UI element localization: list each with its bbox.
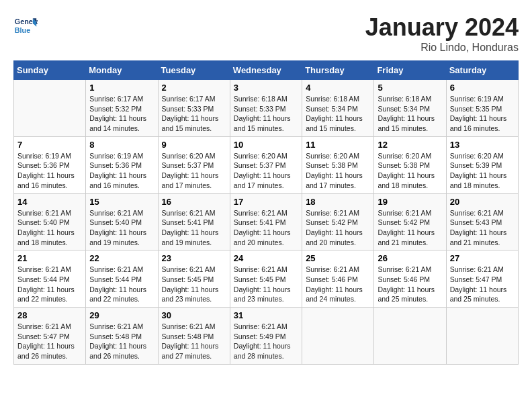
day-number: 6 — [450, 83, 515, 93]
day-info: Sunrise: 6:21 AMSunset: 5:42 PMDaylight:… — [306, 208, 370, 248]
day-number: 9 — [162, 140, 226, 150]
day-number: 13 — [450, 140, 515, 150]
day-info: Sunrise: 6:21 AMSunset: 5:48 PMDaylight:… — [162, 322, 226, 361]
calendar-cell: 28Sunrise: 6:21 AMSunset: 5:47 PMDayligh… — [14, 308, 86, 365]
calendar-table: SundayMondayTuesdayWednesdayThursdayFrid… — [13, 60, 519, 365]
calendar-week-row: 1Sunrise: 6:17 AMSunset: 5:32 PMDaylight… — [14, 80, 519, 137]
day-info: Sunrise: 6:21 AMSunset: 5:44 PMDaylight:… — [89, 265, 154, 304]
header-day: Friday — [374, 61, 446, 80]
day-number: 31 — [234, 310, 298, 320]
day-info: Sunrise: 6:18 AMSunset: 5:33 PMDaylight:… — [234, 94, 298, 134]
location-title: Rio Lindo, Honduras — [365, 42, 519, 54]
title-block: January 2024 Rio Lindo, Honduras — [365, 13, 519, 54]
day-info: Sunrise: 6:21 AMSunset: 5:45 PMDaylight:… — [234, 265, 298, 304]
calendar-cell: 24Sunrise: 6:21 AMSunset: 5:45 PMDayligh… — [230, 250, 302, 308]
calendar-cell: 30Sunrise: 6:21 AMSunset: 5:48 PMDayligh… — [158, 308, 230, 365]
calendar-cell: 15Sunrise: 6:21 AMSunset: 5:40 PMDayligh… — [86, 193, 158, 250]
header-day: Tuesday — [158, 61, 230, 80]
day-info: Sunrise: 6:20 AMSunset: 5:37 PMDaylight:… — [234, 151, 298, 191]
calendar-cell: 22Sunrise: 6:21 AMSunset: 5:44 PMDayligh… — [86, 250, 158, 308]
day-number: 21 — [17, 253, 82, 263]
day-number: 4 — [306, 83, 370, 93]
calendar-cell: 11Sunrise: 6:20 AMSunset: 5:38 PMDayligh… — [302, 136, 374, 193]
day-number: 11 — [306, 140, 370, 150]
day-info: Sunrise: 6:19 AMSunset: 5:36 PMDaylight:… — [17, 151, 82, 191]
day-number: 20 — [450, 197, 515, 207]
day-number: 14 — [17, 197, 82, 207]
header-row: SundayMondayTuesdayWednesdayThursdayFrid… — [14, 61, 519, 80]
calendar-cell: 5Sunrise: 6:18 AMSunset: 5:34 PMDaylight… — [374, 80, 446, 137]
day-info: Sunrise: 6:18 AMSunset: 5:34 PMDaylight:… — [378, 94, 442, 134]
logo: General Blue — [13, 13, 38, 38]
day-number: 30 — [162, 310, 226, 320]
day-info: Sunrise: 6:21 AMSunset: 5:40 PMDaylight:… — [17, 208, 82, 248]
header-day: Monday — [86, 61, 158, 80]
calendar-cell: 19Sunrise: 6:21 AMSunset: 5:42 PMDayligh… — [374, 193, 446, 250]
day-info: Sunrise: 6:17 AMSunset: 5:32 PMDaylight:… — [89, 94, 154, 134]
calendar-cell: 10Sunrise: 6:20 AMSunset: 5:37 PMDayligh… — [230, 136, 302, 193]
day-info: Sunrise: 6:19 AMSunset: 5:35 PMDaylight:… — [450, 94, 515, 134]
month-title: January 2024 — [365, 13, 519, 42]
day-number: 28 — [17, 310, 82, 320]
calendar-cell: 16Sunrise: 6:21 AMSunset: 5:41 PMDayligh… — [158, 193, 230, 250]
day-info: Sunrise: 6:20 AMSunset: 5:37 PMDaylight:… — [162, 151, 226, 191]
calendar-cell: 20Sunrise: 6:21 AMSunset: 5:43 PMDayligh… — [446, 193, 518, 250]
calendar-cell — [14, 80, 86, 137]
day-info: Sunrise: 6:21 AMSunset: 5:40 PMDaylight:… — [89, 208, 154, 248]
calendar-cell: 25Sunrise: 6:21 AMSunset: 5:46 PMDayligh… — [302, 250, 374, 308]
calendar-cell: 23Sunrise: 6:21 AMSunset: 5:45 PMDayligh… — [158, 250, 230, 308]
day-number: 7 — [17, 140, 82, 150]
calendar-cell: 8Sunrise: 6:19 AMSunset: 5:36 PMDaylight… — [86, 136, 158, 193]
calendar-cell: 21Sunrise: 6:21 AMSunset: 5:44 PMDayligh… — [14, 250, 86, 308]
calendar-cell: 7Sunrise: 6:19 AMSunset: 5:36 PMDaylight… — [14, 136, 86, 193]
day-number: 5 — [378, 83, 442, 93]
calendar-cell: 9Sunrise: 6:20 AMSunset: 5:37 PMDaylight… — [158, 136, 230, 193]
day-number: 16 — [162, 197, 226, 207]
calendar-cell: 29Sunrise: 6:21 AMSunset: 5:48 PMDayligh… — [86, 308, 158, 365]
day-info: Sunrise: 6:21 AMSunset: 5:41 PMDaylight:… — [162, 208, 226, 248]
day-info: Sunrise: 6:21 AMSunset: 5:43 PMDaylight:… — [450, 208, 515, 248]
day-number: 19 — [378, 197, 442, 207]
day-info: Sunrise: 6:21 AMSunset: 5:49 PMDaylight:… — [234, 322, 298, 361]
logo-icon: General Blue — [13, 13, 38, 38]
day-number: 8 — [89, 140, 154, 150]
day-number: 12 — [378, 140, 442, 150]
calendar-cell: 3Sunrise: 6:18 AMSunset: 5:33 PMDaylight… — [230, 80, 302, 137]
day-number: 18 — [306, 197, 370, 207]
calendar-cell: 13Sunrise: 6:20 AMSunset: 5:39 PMDayligh… — [446, 136, 518, 193]
calendar-cell: 18Sunrise: 6:21 AMSunset: 5:42 PMDayligh… — [302, 193, 374, 250]
calendar-week-row: 21Sunrise: 6:21 AMSunset: 5:44 PMDayligh… — [14, 250, 519, 308]
header-day: Saturday — [446, 61, 518, 80]
header-day: Thursday — [302, 61, 374, 80]
calendar-header: SundayMondayTuesdayWednesdayThursdayFrid… — [14, 61, 519, 80]
day-info: Sunrise: 6:21 AMSunset: 5:47 PMDaylight:… — [17, 322, 82, 361]
page-header: General Blue January 2024 Rio Lindo, Hon… — [13, 13, 519, 54]
calendar-cell — [374, 308, 446, 365]
day-number: 24 — [234, 253, 298, 263]
calendar-week-row: 7Sunrise: 6:19 AMSunset: 5:36 PMDaylight… — [14, 136, 519, 193]
day-info: Sunrise: 6:20 AMSunset: 5:38 PMDaylight:… — [378, 151, 442, 191]
day-info: Sunrise: 6:18 AMSunset: 5:34 PMDaylight:… — [306, 94, 370, 134]
calendar-cell: 6Sunrise: 6:19 AMSunset: 5:35 PMDaylight… — [446, 80, 518, 137]
day-info: Sunrise: 6:19 AMSunset: 5:36 PMDaylight:… — [89, 151, 154, 191]
calendar-cell: 12Sunrise: 6:20 AMSunset: 5:38 PMDayligh… — [374, 136, 446, 193]
calendar-cell: 26Sunrise: 6:21 AMSunset: 5:46 PMDayligh… — [374, 250, 446, 308]
day-info: Sunrise: 6:21 AMSunset: 5:45 PMDaylight:… — [162, 265, 226, 304]
day-info: Sunrise: 6:21 AMSunset: 5:47 PMDaylight:… — [450, 265, 515, 304]
day-info: Sunrise: 6:17 AMSunset: 5:33 PMDaylight:… — [162, 94, 226, 134]
day-info: Sunrise: 6:21 AMSunset: 5:48 PMDaylight:… — [89, 322, 154, 361]
day-info: Sunrise: 6:21 AMSunset: 5:46 PMDaylight:… — [378, 265, 442, 304]
day-number: 29 — [89, 310, 154, 320]
header-day: Sunday — [14, 61, 86, 80]
day-info: Sunrise: 6:21 AMSunset: 5:44 PMDaylight:… — [17, 265, 82, 304]
day-number: 15 — [89, 197, 154, 207]
calendar-cell: 31Sunrise: 6:21 AMSunset: 5:49 PMDayligh… — [230, 308, 302, 365]
day-info: Sunrise: 6:21 AMSunset: 5:46 PMDaylight:… — [306, 265, 370, 304]
calendar-cell: 1Sunrise: 6:17 AMSunset: 5:32 PMDaylight… — [86, 80, 158, 137]
calendar-body: 1Sunrise: 6:17 AMSunset: 5:32 PMDaylight… — [14, 80, 519, 365]
calendar-cell: 4Sunrise: 6:18 AMSunset: 5:34 PMDaylight… — [302, 80, 374, 137]
day-info: Sunrise: 6:20 AMSunset: 5:39 PMDaylight:… — [450, 151, 515, 191]
day-number: 26 — [378, 253, 442, 263]
day-number: 27 — [450, 253, 515, 263]
day-number: 10 — [234, 140, 298, 150]
